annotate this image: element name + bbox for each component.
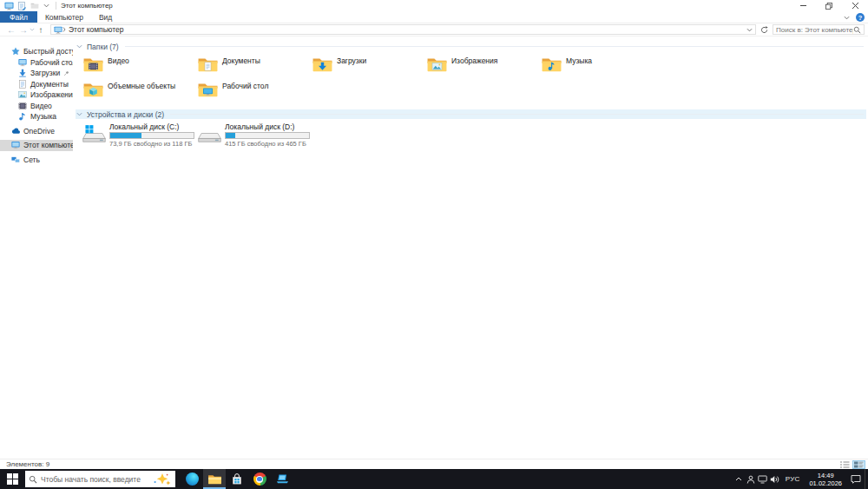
sidebar-item-pictures[interactable]: Изображения — [0, 89, 73, 101]
minimize-button[interactable] — [790, 0, 816, 11]
tab-file[interactable]: Файл — [0, 11, 37, 23]
show-desktop-button[interactable] — [865, 469, 868, 489]
start-button[interactable] — [0, 469, 25, 489]
pin-icon — [63, 60, 69, 66]
folder-label: Музыка — [566, 54, 592, 78]
download-icon — [18, 69, 27, 77]
sidebar-item-label: Рабочий стол — [30, 58, 76, 67]
devices-group-header[interactable]: Устройства и диски (2) — [76, 109, 866, 119]
folders-group-header[interactable]: Папки (7) — [76, 42, 866, 51]
refresh-button[interactable] — [758, 26, 770, 34]
sidebar-item-desktop[interactable]: Рабочий стол — [0, 57, 73, 69]
sidebar-item-downloads[interactable]: Загрузки — [0, 68, 73, 79]
system-tray: РУС 14:49 01.02.2026 — [733, 469, 868, 489]
divider — [125, 46, 864, 47]
tab-view[interactable]: Вид — [91, 11, 120, 23]
sidebar-item-label: Видео — [30, 102, 52, 110]
sidebar-item-label: Быстрый доступ — [23, 47, 80, 56]
tab-computer[interactable]: Компьютер — [37, 11, 91, 23]
hidden-icons-button[interactable] — [733, 469, 745, 489]
action-center-icon — [851, 474, 861, 484]
close-icon — [852, 3, 858, 9]
explorer-search-box[interactable] — [773, 24, 865, 35]
folder-tile-downloads[interactable]: Загрузки — [311, 54, 425, 78]
computer-icon — [11, 141, 20, 149]
chevron-up-icon — [735, 477, 742, 481]
folder-label: Видео — [108, 54, 129, 78]
folder-tile-music[interactable]: Музыка — [540, 54, 654, 78]
disk-usage-fill — [110, 133, 141, 138]
video-icon — [18, 102, 27, 110]
sidebar-item-documents[interactable]: Документы — [0, 79, 73, 90]
sidebar-item-onedrive[interactable]: OneDrive — [0, 126, 73, 137]
customize-chevron-icon[interactable] — [43, 3, 49, 8]
drive-tile-c[interactable]: Локальный диск (C:) 73,9 ГБ свободно из … — [82, 122, 197, 148]
network-tray-icon — [758, 475, 767, 484]
music-folder-icon — [541, 56, 562, 74]
details-view-button[interactable] — [838, 460, 852, 469]
folder-label: Загрузки — [337, 54, 366, 78]
address-bar[interactable]: Этот компьютер — [50, 24, 756, 35]
folder-tile-3d-objects[interactable]: Объемные объекты — [82, 79, 196, 103]
cloud-icon — [11, 127, 20, 135]
properties-icon[interactable] — [18, 2, 26, 10]
3d-objects-folder-icon — [82, 81, 104, 99]
action-center-button[interactable] — [847, 469, 865, 489]
taskbar-clock[interactable]: 14:49 01.02.2026 — [804, 472, 847, 487]
explorer-icon — [207, 473, 222, 486]
view-buttons — [838, 460, 865, 469]
tiles-view-button[interactable] — [852, 460, 865, 469]
folder-label: Объемные объекты — [108, 79, 175, 103]
taskbar-search-input[interactable] — [41, 475, 153, 484]
this-pc-icon — [54, 26, 62, 34]
picture-icon — [18, 90, 27, 99]
volume-tray-button[interactable] — [769, 469, 781, 489]
sidebar-item-videos[interactable]: Видео — [0, 101, 73, 112]
taskbar-chrome-button[interactable] — [248, 469, 271, 489]
sidebar-item-network[interactable]: Сеть — [0, 155, 73, 166]
taskbar-laptop-app-button[interactable] — [271, 469, 293, 489]
folder-tile-desktop[interactable]: Рабочий стол — [196, 79, 311, 103]
taskbar-store-button[interactable] — [226, 469, 248, 489]
drives-grid: Локальный диск (C:) 73,9 ГБ свободно из … — [73, 122, 868, 148]
folder-tile-pictures[interactable]: Изображения — [425, 54, 540, 78]
taskbar-search-box[interactable] — [25, 471, 175, 487]
breadcrumb-chevron-icon[interactable] — [62, 27, 66, 32]
edge-icon — [186, 472, 199, 486]
help-icon[interactable] — [856, 13, 865, 22]
language-indicator[interactable]: РУС — [781, 475, 805, 483]
expand-ribbon-chevron-icon[interactable] — [844, 16, 850, 20]
up-button[interactable]: ↑ — [35, 25, 47, 35]
drive-free-space: 73,9 ГБ свободно из 118 ГБ — [109, 140, 194, 148]
address-dropdown-chevron-icon[interactable] — [746, 28, 753, 32]
chevron-down-icon — [76, 44, 82, 49]
back-button[interactable]: ← — [5, 25, 17, 35]
address-bar-row: ← → ↑ Этот компьютер — [0, 23, 868, 36]
sidebar-item-quick-access[interactable]: Быстрый доступ — [0, 46, 73, 57]
group-header-label: Папки (7) — [87, 43, 119, 51]
breadcrumb[interactable]: Этот компьютер — [69, 25, 124, 34]
restore-icon — [825, 3, 832, 10]
desktop-icon — [18, 58, 27, 67]
taskbar-explorer-button[interactable] — [203, 469, 226, 489]
details-view-icon — [840, 461, 850, 468]
restore-button[interactable] — [816, 0, 842, 11]
minimize-icon — [800, 3, 806, 9]
disk-usage-bar — [109, 132, 194, 139]
sidebar-item-this-pc[interactable]: Этот компьютер — [0, 140, 73, 151]
taskbar-edge-button[interactable] — [181, 469, 203, 489]
folder-label: Рабочий стол — [222, 79, 268, 103]
sidebar-item-music[interactable]: Музыка — [0, 111, 73, 122]
new-folder-icon[interactable] — [30, 2, 39, 10]
search-highlights-sparkle-icon[interactable] — [153, 472, 172, 486]
computer-icon — [4, 2, 14, 10]
drive-tile-d[interactable]: Локальный диск (D:) 415 ГБ свободно из 4… — [197, 122, 312, 148]
close-button[interactable] — [842, 0, 868, 11]
forward-button[interactable]: → — [17, 25, 30, 35]
folder-tile-videos[interactable]: Видео — [82, 54, 196, 78]
network-tray-button[interactable] — [757, 469, 769, 489]
people-tray-button[interactable] — [745, 469, 757, 489]
explorer-search-input[interactable] — [776, 26, 853, 34]
folder-label: Документы — [222, 54, 260, 78]
folder-tile-documents[interactable]: Документы — [196, 54, 311, 78]
